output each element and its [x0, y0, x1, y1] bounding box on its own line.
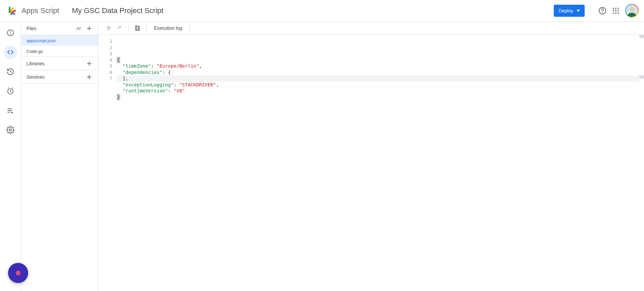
editor-area: Execution log 1234567 { "timeZone": "Eur… [98, 22, 644, 291]
deploy-button[interactable]: Deploy [554, 5, 585, 17]
svg-rect-29 [137, 28, 139, 30]
apps-grid-icon[interactable] [609, 4, 623, 17]
separator [146, 24, 147, 32]
svg-line-22 [8, 88, 9, 88]
files-list: appsscript.jsonCode.gs [21, 35, 98, 57]
product-name: Apps Script [21, 6, 59, 15]
nav-settings[interactable] [4, 124, 17, 137]
line-gutter: 1234567 [98, 35, 117, 291]
svg-point-9 [615, 8, 616, 9]
info-icon [6, 29, 14, 38]
deploy-button-label: Deploy [558, 8, 573, 13]
files-section-header: Files AZ [21, 22, 98, 35]
logo-area: Apps Script [7, 5, 59, 16]
svg-point-10 [618, 8, 619, 9]
line-number: 1 [98, 38, 112, 45]
services-section-header: Services [21, 70, 98, 84]
sort-az-icon: AZ [76, 26, 81, 31]
svg-point-8 [613, 8, 614, 9]
svg-marker-27 [11, 112, 13, 114]
line-number: 5 [98, 63, 112, 69]
gear-icon [6, 126, 14, 135]
nav-executions[interactable] [4, 104, 17, 118]
save-icon [134, 25, 141, 31]
chevron-down-icon [577, 10, 580, 12]
header: Apps Script My GSC Data Project Script D… [0, 0, 644, 22]
apps-script-logo-icon [7, 5, 18, 16]
plus-icon [86, 60, 93, 67]
libraries-section-header: Libraries [21, 57, 98, 70]
redo-button[interactable] [114, 23, 125, 33]
separator [128, 24, 129, 32]
libraries-label: Libraries [26, 61, 45, 66]
undo-button[interactable] [103, 23, 114, 33]
nav-history[interactable] [4, 65, 17, 79]
svg-point-15 [615, 12, 616, 14]
save-button[interactable] [132, 23, 143, 33]
project-title[interactable]: My GSC Data Project Script [72, 6, 164, 15]
svg-point-12 [615, 10, 616, 11]
separator [190, 24, 190, 32]
svg-point-7 [602, 12, 603, 13]
account-avatar[interactable] [625, 4, 639, 17]
editor-toolbar: Execution log [98, 22, 644, 35]
file-item[interactable]: appsscript.json [21, 35, 98, 46]
svg-point-14 [613, 12, 614, 14]
nav-overview[interactable] [4, 26, 17, 40]
execution-log-button[interactable]: Execution log [150, 25, 186, 31]
add-file-button[interactable] [84, 23, 95, 34]
help-icon[interactable] [596, 4, 609, 17]
plus-icon [86, 25, 93, 32]
nav-triggers[interactable] [4, 85, 17, 98]
line-number: 2 [98, 45, 112, 51]
undo-icon [105, 25, 112, 31]
avatar-image [626, 5, 638, 17]
sort-files-button[interactable]: AZ [73, 23, 84, 34]
code-content[interactable]: { "timeZone": "Europe/Berlin", "dependen… [117, 35, 644, 291]
svg-point-11 [613, 10, 614, 11]
svg-point-4 [9, 13, 11, 15]
svg-point-5 [15, 13, 17, 15]
record-fab-button[interactable] [8, 263, 28, 283]
svg-point-13 [618, 10, 619, 11]
sidebar: Files AZ appsscript.jsonCode.gs Librarie… [21, 22, 98, 291]
redo-icon [116, 25, 123, 31]
nav-editor[interactable] [4, 46, 17, 59]
file-item[interactable]: Code.gs [21, 46, 98, 57]
files-label: Files [26, 26, 37, 31]
record-dot-icon [16, 271, 20, 275]
code-icon [6, 48, 14, 57]
line-number: 4 [98, 57, 112, 63]
alarm-icon [6, 87, 14, 96]
code-editor[interactable]: 1234567 { "timeZone": "Europe/Berlin", "… [98, 35, 644, 291]
line-number: 6 [98, 69, 112, 76]
line-number: 7 [98, 75, 112, 82]
left-nav-rail [0, 22, 21, 291]
add-service-button[interactable] [84, 72, 95, 82]
separator [590, 6, 590, 15]
svg-point-17 [630, 7, 634, 11]
svg-point-16 [618, 12, 619, 14]
history-icon [6, 68, 14, 77]
line-number: 3 [98, 51, 112, 57]
add-library-button[interactable] [84, 58, 95, 69]
svg-line-23 [12, 88, 13, 88]
scrollbar-marker [639, 35, 644, 38]
playlist-icon [6, 106, 14, 116]
svg-point-20 [10, 31, 11, 31]
plus-icon [86, 73, 93, 81]
services-label: Services [26, 74, 45, 80]
svg-point-28 [9, 129, 11, 131]
text-cursor [120, 95, 120, 100]
